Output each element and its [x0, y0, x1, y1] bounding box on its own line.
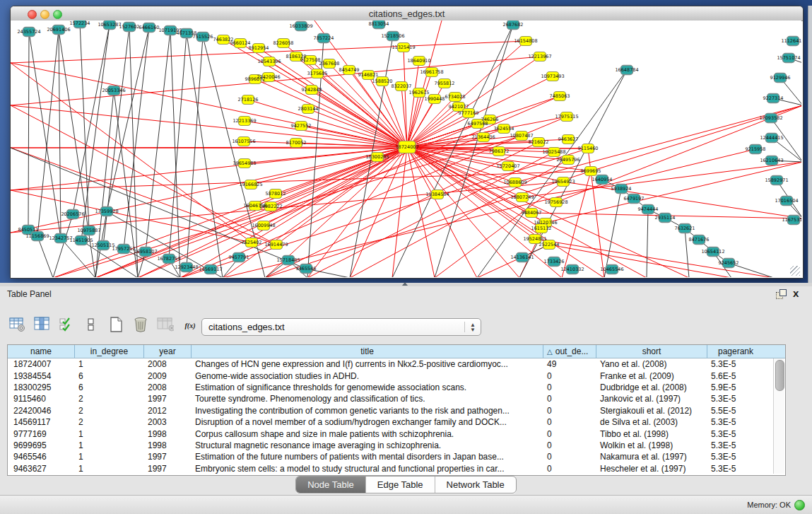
graph-node-label: 9474444 [638, 206, 659, 212]
collapse-panel-icon[interactable] [402, 282, 408, 286]
select-columns-icon[interactable] [58, 315, 75, 334]
column-settings-icon[interactable] [33, 315, 50, 334]
table-vertical-scrollbar[interactable] [773, 358, 784, 474]
tab-network-table[interactable]: Network Table [435, 477, 516, 493]
table-cell: Yano et al. (2008) [596, 359, 707, 369]
table-cell: 22420046 [8, 406, 75, 416]
table-row[interactable]: 911546021997Tourette syndrome. Phenomeno… [8, 393, 785, 404]
column-header-in_degree[interactable]: in_degree [75, 345, 144, 358]
new-table-icon[interactable] [107, 315, 124, 334]
graph-node-label: 17975115 [555, 114, 578, 119]
table-cell: 5.3E-5 [707, 452, 764, 462]
table-cell: Tibbo et al. (1998) [596, 429, 707, 439]
graph-node-label: 19654923 [551, 179, 575, 185]
graph-node-label: 10807487 [510, 133, 533, 139]
tab-node-table[interactable]: Node Table [296, 477, 366, 493]
graph-node-label: 7625402 [242, 240, 262, 245]
table-row[interactable]: 1830029562008Estimation of significance … [8, 382, 785, 393]
delete-column-icon[interactable] [157, 315, 174, 334]
table-cell: 5.3E-5 [707, 464, 764, 474]
graph-node-label: 2718126 [238, 97, 259, 103]
column-header-short[interactable]: short [596, 345, 707, 358]
table-select-dropdown[interactable]: citations_edges.txt ▲▼ [201, 318, 481, 336]
graph-node-label: 9427552 [291, 123, 312, 129]
graph-node-label: 1527602 [119, 24, 140, 30]
graph-node-label: 19524851 [523, 236, 546, 242]
table-row[interactable]: 1938455462009Genome-wide association stu… [8, 370, 785, 381]
graph-node-label: 1615132 [531, 226, 552, 231]
table-row[interactable]: 1872400712008Changes of HCN gene express… [8, 358, 785, 370]
column-header-year[interactable]: year [144, 345, 192, 358]
graph-node-label: 20206576 [61, 211, 84, 217]
table-cell: Estimation of significance thresholds fo… [192, 382, 543, 392]
window-titlebar[interactable]: citations_edges.txt [11, 6, 803, 21]
table-cell: Nakamura et al. (1997) [596, 452, 707, 462]
table-cell: Structural magnetic resonance image aver… [192, 440, 543, 450]
table-cell: 5.3E-5 [707, 440, 764, 450]
table-panel: Table Panel x [0, 286, 812, 495]
column-header-title[interactable]: title [192, 345, 543, 358]
column-header-pagerank[interactable]: pagerank [707, 345, 764, 358]
graph-node-label: 9421077 [449, 104, 469, 110]
table-cell: 0 [543, 394, 596, 404]
table-cell: 9777169 [8, 429, 75, 439]
table-cell: Changes of HCN gene expression and I(f) … [192, 359, 543, 369]
table-row[interactable]: 2242004622012Investigating the contribut… [8, 405, 785, 416]
table-cell: Estimation of the future numbers of pati… [192, 452, 543, 462]
table-toolbar: f(x) [8, 313, 199, 336]
table-cell: Stergiakouli et al. (2012) [596, 406, 707, 416]
table-cell: 6 [75, 371, 144, 381]
graph-node-label: 7632621 [675, 226, 695, 231]
memory-ok-indicator[interactable] [794, 500, 805, 510]
float-panel-icon[interactable] [776, 289, 787, 298]
graph-node-label: 11325419 [392, 45, 415, 50]
graph-node-label: 15751074 [777, 55, 800, 61]
graph-node-label: 17957252 [112, 246, 135, 252]
graph-node-label: 10465546 [600, 267, 623, 272]
table-header-row: namein_degreeyeartitle△out_de...shortpag… [8, 345, 785, 358]
graph-node-label: 10688609 [503, 180, 526, 185]
table-row[interactable]: 969969511998Structural magnetic resonanc… [8, 440, 785, 451]
table-type-segmented-control: Node TableEdge TableNetwork Table [295, 476, 517, 493]
graph-node-label: 20691406 [47, 27, 70, 33]
network-view-window[interactable]: citations_edges.txt 24355724206914061572… [10, 6, 804, 279]
table-cell: 18724007 [8, 359, 75, 369]
graph-node-label: 16648784 [615, 67, 638, 73]
row-height-icon[interactable] [83, 315, 100, 334]
window-resize-grip[interactable] [790, 266, 800, 276]
graph-node-label: 1733426 [544, 259, 565, 264]
table-cell: 0 [543, 452, 596, 462]
tab-edge-table[interactable]: Edge Table [366, 477, 435, 493]
close-panel-icon[interactable]: x [793, 288, 799, 298]
graph-node-label: 9127508 [300, 57, 321, 63]
graph-node-label: 16782759 [157, 256, 180, 262]
table-cell: 5.6E-5 [707, 371, 764, 381]
table-row[interactable]: 946554611997Estimation of the future num… [8, 451, 785, 462]
column-header-out_de[interactable]: △out_de... [543, 345, 596, 358]
graph-node-label: 14136141 [510, 255, 534, 260]
graph-node-label: 9660124 [230, 40, 251, 46]
delete-table-icon[interactable] [132, 315, 149, 334]
graph-node-label: 5878012 [266, 191, 286, 197]
table-options-icon[interactable] [8, 315, 25, 334]
graph-node-label: 8226058 [273, 40, 294, 46]
scrollbar-thumb[interactable] [775, 360, 784, 391]
table-row[interactable]: 1456911722003Disruption of a novel membe… [8, 416, 785, 428]
table-cell: 1 [75, 429, 144, 439]
table-cell: 5.3E-5 [707, 394, 764, 404]
graph-node-label: 14982222 [259, 204, 282, 209]
table-cell: 0 [543, 417, 596, 427]
graph-node-label: 8322037 [392, 83, 412, 89]
table-row[interactable]: 977716911998Corpus callosum shape and si… [8, 428, 785, 439]
graph-node-label: 15218506 [381, 33, 404, 39]
table-cell: 1 [75, 359, 144, 369]
table-row[interactable]: 946362711997Embryonic stem cells: a mode… [8, 463, 785, 474]
table-cell: 0 [543, 429, 596, 439]
column-header-name[interactable]: name [8, 345, 75, 358]
table-cell: 19384554 [8, 371, 75, 381]
table-cell: 9465546 [8, 452, 75, 462]
function-builder-icon[interactable]: f(x) [182, 315, 199, 334]
graph-node-label: 6479197 [624, 196, 645, 201]
graph-node-label: 9777169 [459, 110, 479, 116]
network-canvas[interactable]: 2435572420691406157223410653287152760264… [11, 21, 801, 277]
